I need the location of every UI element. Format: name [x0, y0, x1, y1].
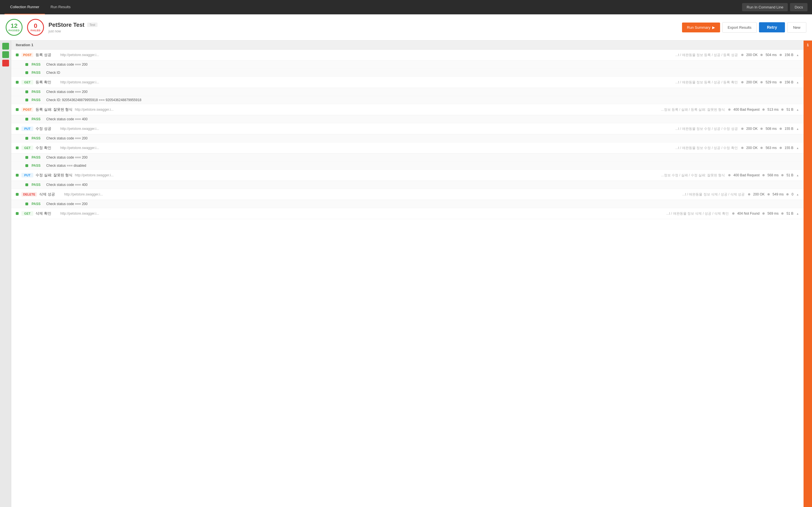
req-size-req6: 51 B — [786, 173, 794, 177]
stat-dot-time-req6 — [762, 174, 765, 176]
tab-run-results[interactable]: Run Results — [45, 0, 76, 14]
req-url-req6: http://petstore.swagger.i... — [75, 173, 658, 177]
collapse-arrow-req6[interactable]: ▲ — [796, 174, 799, 177]
stat-dot-status-req1 — [741, 54, 744, 56]
stat-dot-time-req3 — [762, 108, 765, 111]
req-stats-req1: 200 OK 504 ms 156 B — [741, 53, 794, 57]
export-results-button[interactable]: Export Results — [722, 22, 757, 33]
method-badge-req3: POST — [21, 107, 33, 112]
req-url-req4: http://petstore.swagger.i... — [60, 127, 672, 131]
new-button[interactable]: New — [787, 22, 806, 33]
req-indicator-req3 — [16, 108, 18, 111]
collapse-arrow-req5[interactable]: ▲ — [796, 147, 799, 150]
test-name-req1-1: Check ID — [46, 71, 60, 75]
run-summary-button[interactable]: Run Summary ▶ — [682, 22, 720, 33]
sidebar-icon-red-1[interactable] — [2, 60, 9, 66]
req-name-req8: 삭제 확인 — [36, 211, 58, 216]
req-time-req2: 529 ms — [765, 80, 776, 84]
test-pass-label-req3-0: PASS — [32, 117, 42, 121]
req-size-req2: 156 B — [784, 80, 794, 84]
req-name-req4: 수정 성공 — [36, 126, 58, 131]
request-row-req2[interactable]: GET 등록 확인 http://petstore.swagger.i... .… — [11, 77, 804, 88]
req-url-req5: http://petstore.swagger.i... — [60, 146, 672, 150]
sidebar-icon-green-1[interactable] — [2, 43, 9, 50]
req-status-req2: 200 OK — [746, 80, 758, 84]
test-pass-label-req1-1: PASS — [32, 71, 42, 75]
test-row-req2-1: PASS Check ID: 9205436248879955918 === 9… — [11, 96, 804, 104]
request-row-req4[interactable]: PUT 수정 성공 http://petstore.swagger.i... .… — [11, 123, 804, 134]
req-indicator-req2 — [16, 81, 18, 83]
stat-dot-status-req2 — [741, 81, 744, 83]
test-indicator-req4-0 — [26, 137, 28, 140]
req-status-req3: 400 Bad Request — [733, 108, 760, 112]
left-sidebar — [0, 41, 11, 507]
req-breadcrumb-req6: ...정보 수정 / 실패 / 수정 실패: 잘못된 형식 — [661, 173, 725, 178]
req-name-req2: 등록 확인 — [36, 80, 58, 85]
req-time-req3: 513 ms — [767, 108, 778, 112]
req-size-req5: 155 B — [784, 146, 794, 150]
method-badge-req4: PUT — [21, 126, 33, 131]
test-indicator-req7-0 — [26, 203, 28, 205]
docs-button[interactable]: Docs — [790, 3, 808, 11]
test-pass-label-req7-0: PASS — [32, 202, 42, 206]
req-url-req8: http://petstore.swagger.i... — [60, 212, 663, 216]
req-size-req3: 51 B — [786, 108, 794, 112]
request-row-req7[interactable]: DELETE 삭제 성공 http://petstore.swagger.i..… — [11, 189, 804, 200]
req-stats-req6: 400 Bad Request 568 ms 51 B — [728, 173, 794, 177]
test-row-req6-0: PASS Check status code === 400 — [11, 181, 804, 189]
test-name-req6-0: Check status code === 400 — [46, 183, 87, 187]
req-time-req5: 563 ms — [765, 146, 776, 150]
test-indicator-req1-0 — [26, 63, 28, 66]
collapse-arrow-req7[interactable]: ▲ — [796, 193, 799, 196]
req-stats-req3: 400 Bad Request 513 ms 51 B — [728, 108, 794, 112]
sidebar-icon-green-2[interactable] — [2, 51, 9, 58]
collapse-arrow-req3[interactable]: ▲ — [796, 108, 799, 111]
req-status-req4: 200 OK — [746, 127, 758, 131]
req-url-req3: http://petstore.swagger.i... — [75, 108, 658, 112]
collapse-arrow-req4[interactable]: ▲ — [796, 127, 799, 130]
request-row-req6[interactable]: PUT 수정 실패: 잘못된 형식 http://petstore.swagge… — [11, 170, 804, 181]
req-time-req1: 504 ms — [765, 53, 776, 57]
req-breadcrumb-req4: ...t / 애완동물 정보 수정 / 성공 / 수정 성공 — [675, 126, 738, 131]
test-pass-label-req1-0: PASS — [32, 62, 42, 66]
right-sidebar: 1 — [804, 41, 812, 507]
test-row-req3-0: PASS Check status code === 400 — [11, 115, 804, 123]
req-time-req7: 549 ms — [772, 192, 783, 196]
stat-dot-time-req8 — [762, 212, 765, 215]
request-row-req8[interactable]: GET 삭제 확인 http://petstore.swagger.i... .… — [11, 208, 804, 219]
collapse-arrow-req2[interactable]: ▲ — [796, 81, 799, 84]
test-indicator-req2-0 — [26, 91, 28, 93]
req-indicator-req4 — [16, 127, 18, 130]
request-row-req1[interactable]: POST 등록 성공 http://petstore.swagger.i... … — [11, 50, 804, 61]
test-name-req5-0: Check status code === 200 — [46, 156, 87, 159]
collapse-arrow-req8[interactable]: ▲ — [796, 212, 799, 215]
req-indicator-req1 — [16, 54, 18, 56]
req-time-req8: 569 ms — [767, 212, 778, 216]
method-badge-req5: GET — [21, 146, 33, 150]
stat-dot-time-req5 — [760, 147, 763, 149]
test-name-req4-0: Check status code === 200 — [46, 136, 87, 140]
test-row-req2-0: PASS Check status code === 200 — [11, 88, 804, 96]
test-row-req4-0: PASS Check status code === 200 — [11, 134, 804, 143]
req-status-req8: 404 Not Found — [737, 212, 760, 216]
req-stats-req7: 200 OK 549 ms 0 — [748, 192, 794, 196]
req-name-req7: 삭제 성공 — [39, 192, 62, 197]
stat-dot-status-req5 — [741, 147, 744, 149]
req-time-req4: 508 ms — [765, 127, 776, 131]
req-stats-req2: 200 OK 529 ms 156 B — [741, 80, 794, 84]
req-breadcrumb-req7: ...t / 애완동물 정보 삭제 / 성공 / 삭제 성공 — [682, 192, 745, 197]
requests-container: POST 등록 성공 http://petstore.swagger.i... … — [11, 50, 804, 219]
test-name-req1-0: Check status code === 200 — [46, 62, 87, 66]
request-row-req3[interactable]: POST 등록 실패: 잘못된 형식 http://petstore.swagg… — [11, 104, 804, 115]
run-in-command-line-button[interactable]: Run In Command Line — [742, 3, 788, 11]
collapse-arrow-req1[interactable]: ▲ — [796, 54, 799, 57]
request-row-req5[interactable]: GET 수정 확인 http://petstore.swagger.i... .… — [11, 143, 804, 154]
test-pass-label-req5-1: PASS — [32, 164, 42, 168]
retry-button[interactable]: Retry — [759, 22, 785, 33]
req-size-req8: 51 B — [786, 212, 794, 216]
req-name-req6: 수정 실패: 잘못된 형식 — [36, 173, 72, 178]
tab-collection-runner[interactable]: Collection Runner — [4, 0, 45, 14]
stat-dot-status-req4 — [741, 128, 744, 130]
test-row-req7-0: PASS Check status code === 200 — [11, 200, 804, 208]
stat-dot-size-req1 — [779, 54, 782, 56]
